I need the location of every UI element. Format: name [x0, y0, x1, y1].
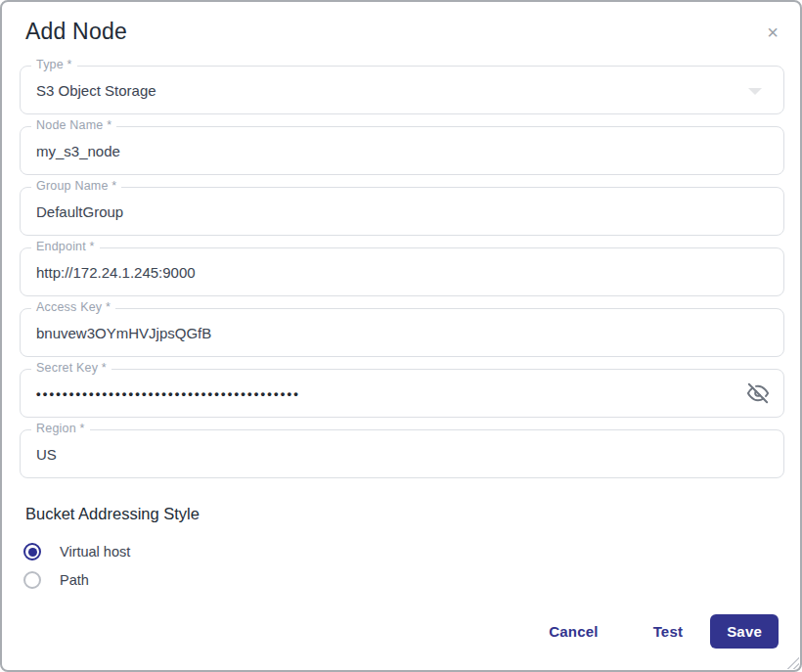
access-key-value: bnuvew3OYmHVJjpsQGfB [36, 309, 725, 356]
radio-virtual-host-label: Virtual host [60, 544, 130, 560]
chevron-down-icon [748, 88, 762, 95]
region-value: US [36, 430, 725, 477]
eye-off-icon[interactable] [744, 380, 772, 407]
type-value: S3 Object Storage [36, 67, 725, 113]
dialog-header: Add Node × [2, 2, 800, 46]
radio-path[interactable]: Path [23, 568, 800, 592]
radio-button-icon [23, 543, 41, 560]
add-node-dialog: Add Node × Type * S3 Object Storage Node… [0, 0, 802, 672]
radio-button-icon [23, 571, 41, 589]
close-icon[interactable]: × [765, 19, 780, 46]
group-name-field[interactable]: Group Name * DefaultGroup [20, 187, 784, 236]
radio-virtual-host[interactable]: Virtual host [23, 540, 800, 563]
region-field[interactable]: Region * US [20, 429, 784, 478]
form-fields: Type * S3 Object Storage Node Name * my_… [20, 66, 784, 478]
access-key-field[interactable]: Access Key * bnuvew3OYmHVJjpsQGfB [20, 308, 784, 357]
radio-path-label: Path [60, 572, 89, 588]
dialog-footer: Cancel Test Save [539, 614, 779, 649]
node-name-value: my_s3_node [36, 127, 725, 174]
type-select[interactable]: Type * S3 Object Storage [20, 66, 784, 114]
node-name-field[interactable]: Node Name * my_s3_node [20, 126, 784, 175]
save-button[interactable]: Save [710, 614, 779, 649]
test-button[interactable]: Test [644, 615, 693, 648]
bucket-addressing-radio-group: Virtual host Path [23, 540, 800, 592]
resize-grip[interactable] [786, 656, 799, 669]
cancel-button[interactable]: Cancel [539, 615, 607, 648]
endpoint-field[interactable]: Endpoint * http://172.24.1.245:9000 [20, 247, 784, 296]
dialog-title: Add Node [25, 19, 127, 45]
secret-key-field[interactable]: Secret Key * •••••••••••••••••••••••••••… [20, 369, 784, 418]
endpoint-value: http://172.24.1.245:9000 [36, 248, 725, 295]
bucket-addressing-heading: Bucket Addressing Style [25, 505, 800, 523]
group-name-value: DefaultGroup [36, 188, 725, 235]
secret-key-value: •••••••••••••••••••••••••••••••••••••••• [36, 370, 725, 417]
